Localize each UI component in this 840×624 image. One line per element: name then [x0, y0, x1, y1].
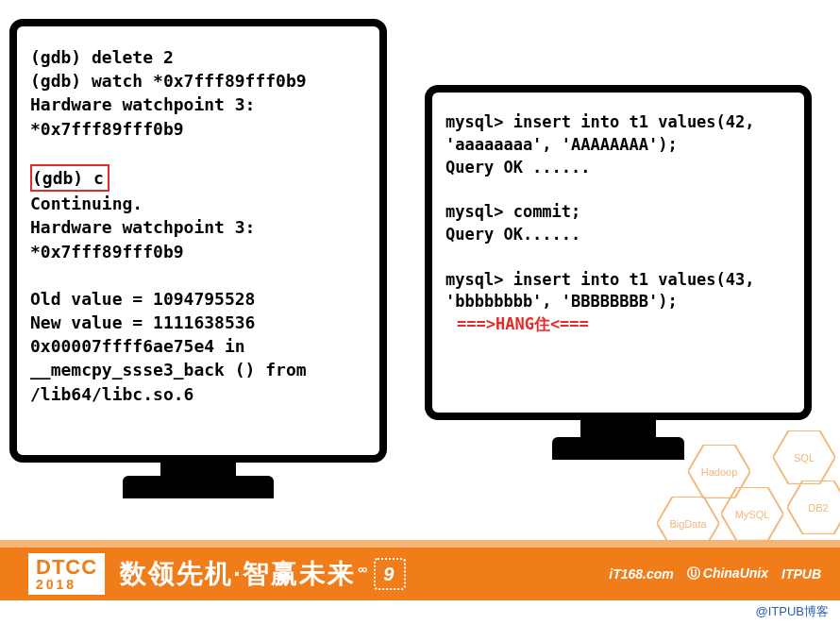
monitor-base	[123, 476, 274, 498]
dtcc-year: 2018	[36, 578, 97, 591]
mysql-prompt: mysql>	[445, 270, 503, 289]
gdb-line: Hardware watchpoint 3:	[30, 215, 366, 239]
gdb-line: (gdb) delete 2	[30, 45, 366, 69]
slogan: 数领先机·智赢未来°° 9	[120, 556, 406, 592]
hex-label: MySQL	[735, 509, 770, 520]
gdb-line: 0x00007ffff6ae75e4 in	[30, 334, 366, 358]
gdb-line-highlighted: (gdb) c	[30, 164, 366, 192]
mysql-terminal-screen: mysql> insert into t1 values(42, 'aaaaaa…	[425, 85, 812, 420]
gdb-line-blank	[30, 141, 366, 164]
dtcc-badge: DTCC 2018	[28, 553, 105, 595]
monitors-area: (gdb) delete 2 (gdb) watch *0x7fff89fff0…	[0, 0, 840, 498]
watermark: @ITPUB博客	[756, 603, 829, 620]
mysql-cmd: insert into t1 values(42,	[503, 112, 754, 131]
mysql-cmd: insert into t1 values(43,	[503, 270, 754, 289]
sponsor-chinaunix: ChinaUnix	[687, 565, 768, 582]
gdb-line: *0x7fff89fff0b9	[30, 117, 366, 141]
mysql-prompt: mysql>	[445, 112, 503, 131]
left-monitor: (gdb) delete 2 (gdb) watch *0x7fff89fff0…	[9, 19, 387, 498]
gdb-line: /lib64/libc.so.6	[30, 382, 366, 406]
right-monitor: mysql> insert into t1 values(42, 'aaaaaa…	[425, 85, 812, 460]
monitor-stand	[580, 420, 656, 437]
mysql-prompt: mysql>	[445, 202, 503, 221]
hex-label: BigData	[669, 518, 706, 530]
mysql-line: Query OK......	[445, 224, 791, 246]
mysql-line: 'bbbbbbbb', 'BBBBBBBB');	[445, 291, 791, 313]
bubbles-icon: °°	[358, 565, 366, 582]
mysql-line-blank	[445, 246, 791, 269]
sponsor-it168: iT168.com	[609, 566, 673, 582]
mysql-line: mysql> insert into t1 values(43,	[445, 269, 791, 292]
footer-band: DTCC 2018 数领先机·智赢未来°° 9 iT168.com ChinaU…	[0, 548, 840, 600]
dtcc-text: DTCC	[36, 557, 97, 578]
monitor-stand	[160, 463, 236, 476]
nine-badge: 9	[374, 558, 406, 590]
gdb-terminal-screen: (gdb) delete 2 (gdb) watch *0x7fff89fff0…	[9, 19, 387, 463]
gdb-line: Hardware watchpoint 3:	[30, 93, 366, 116]
footer-top-strip	[0, 540, 840, 548]
gdb-line: Continuing.	[30, 192, 366, 215]
mysql-line-blank	[445, 178, 791, 201]
gdb-line: Old value = 1094795528	[30, 287, 366, 311]
monitor-base	[552, 437, 684, 460]
gdb-line: (gdb) watch *0x7fff89fff0b9	[30, 69, 366, 93]
gdb-line-blank	[30, 263, 366, 287]
gdb-line: __memcpy_ssse3_back () from	[30, 358, 366, 381]
gdb-line: New value = 1111638536	[30, 311, 366, 334]
mysql-line: Query OK ......	[445, 157, 791, 179]
mysql-cmd: commit;	[503, 202, 580, 221]
slogan-text: 数领先机·智赢未来	[120, 556, 356, 592]
mysql-line: 'aaaaaaaa', 'AAAAAAAA');	[445, 134, 791, 157]
hex-label: DB2	[808, 502, 828, 514]
highlight-box: (gdb) c	[30, 164, 109, 192]
sponsors: iT168.com ChinaUnix ITPUB	[609, 565, 821, 582]
mysql-line: mysql> commit;	[445, 201, 791, 224]
hang-indicator: ===>HANG住<===	[445, 313, 791, 336]
mysql-line: mysql> insert into t1 values(42,	[445, 111, 791, 134]
sponsor-itpub: ITPUB	[781, 566, 821, 582]
gdb-line: *0x7fff89fff0b9	[30, 240, 366, 263]
